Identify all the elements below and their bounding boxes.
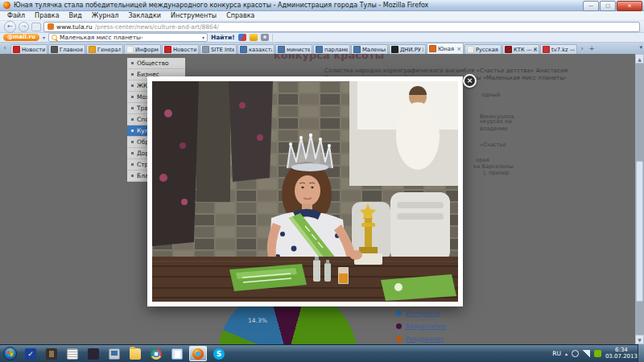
browser-tab[interactable]: tv7.kz — Се... (540, 44, 577, 54)
menu-item[interactable]: Файл (3, 12, 29, 19)
find-button[interactable]: Найти! (211, 34, 235, 41)
notepad-taskbar-button[interactable] (64, 346, 81, 361)
hidden-icons-arrow-icon[interactable]: ▴ (565, 351, 568, 356)
search-value: Маленькая мисс планеты- (60, 34, 200, 41)
document-viewer-taskbar-button[interactable] (168, 346, 186, 361)
clock[interactable]: 6:34 03.07.2013 (605, 347, 638, 360)
legend-dot-icon (396, 336, 402, 342)
tab-close-icon[interactable]: × (456, 46, 461, 52)
url-host: www.tula.ru (56, 23, 93, 31)
spellcheck-icon[interactable] (238, 34, 246, 41)
browser-tab[interactable]: Русская ве... (464, 44, 502, 54)
lightbox-modal: Девочка в серебряной короне с зелёной ле… (147, 76, 463, 306)
tab-label: ДНИ.РУ ИН... (400, 47, 423, 53)
legend-row: Безразлично (396, 319, 447, 332)
poll-option-link[interactable]: Раздражает (406, 335, 444, 343)
bullet-icon (131, 107, 134, 109)
scroll-down-arrow-icon[interactable]: ▼ (635, 335, 644, 344)
close-button[interactable]: × (617, 1, 642, 11)
mailru-logo[interactable]: @mail.ru (3, 34, 39, 41)
browser-tab[interactable]: Новости дн... (10, 44, 47, 54)
tab-label: Юная ту... (438, 46, 455, 52)
menu-item[interactable]: Вид (65, 12, 86, 19)
skype-taskbar-button[interactable]: S (210, 346, 228, 361)
minimize-button[interactable]: — (583, 1, 599, 11)
search-history-caret-icon[interactable]: ▾ (202, 35, 204, 40)
bullet-icon (131, 73, 134, 76)
world-of-tanks-icon (46, 348, 57, 360)
forward-button[interactable]: → (19, 22, 29, 32)
scrollbar-thumb[interactable] (636, 161, 643, 302)
window-title: Юная тулячка стала победительницей между… (14, 2, 428, 9)
browser-tab[interactable]: Генеральна... (86, 44, 123, 54)
page-scrollbar[interactable]: ▲ ▼ (635, 54, 644, 344)
dark-game-taskbar-button[interactable] (85, 346, 102, 361)
tab-favicon-icon (391, 46, 398, 53)
maximize-button[interactable]: □ (600, 1, 616, 11)
tray-date: 03.07.2013 (605, 353, 638, 360)
scroll-up-arrow-icon[interactable]: ▲ (635, 54, 644, 64)
menu-item[interactable]: Инструменты (167, 12, 221, 19)
sidebar-item-label: Общество (137, 60, 169, 67)
world-of-tanks-taskbar-button[interactable] (43, 346, 60, 361)
list-all-tabs-button[interactable]: ▾ (639, 44, 642, 51)
tray-green-icon[interactable] (594, 350, 601, 357)
url-bar[interactable]: www.tula.ru /press-center/news/culture-a… (43, 22, 640, 32)
browser-tab[interactable]: Маленькая ... (351, 44, 388, 54)
tab-favicon-icon (89, 46, 96, 53)
back-button[interactable]: ← (4, 21, 16, 33)
menu-item[interactable]: Правка (31, 12, 63, 19)
menu-item[interactable]: Справка (222, 12, 258, 19)
firefox-taskbar-button[interactable] (189, 346, 207, 361)
pen-icon[interactable] (250, 34, 258, 41)
browser-tab[interactable]: SITE Intellig... (200, 44, 237, 54)
modal-close-icon[interactable]: × (463, 74, 477, 88)
menu-item[interactable]: Закладки (124, 12, 164, 19)
network-icon[interactable] (583, 350, 590, 357)
browser-tab[interactable]: Юная ту...× (427, 43, 464, 54)
firefox-window: Юная тулячка стала победительницей между… (0, 0, 644, 362)
media-player-icon (109, 348, 120, 360)
browser-tab[interactable]: ДНИ.РУ ИН... (389, 44, 426, 54)
tab-favicon-icon (13, 46, 20, 53)
browser-tab[interactable]: парламент ... (313, 44, 350, 54)
history-dropdown-icon[interactable] (31, 23, 41, 31)
poll-option-link[interactable]: Интересно (406, 310, 440, 317)
checkmark-app-taskbar-button[interactable]: ✓ (22, 346, 39, 361)
browser-tab[interactable]: министерс... (275, 44, 312, 54)
title-bar[interactable]: Юная тулячка стала победительницей между… (0, 0, 644, 11)
poll-option-link[interactable]: Безразлично (406, 323, 447, 330)
scroll-tabs-left-button[interactable]: ‹ (0, 43, 10, 54)
chrome-taskbar-button[interactable] (147, 346, 165, 361)
bullet-icon (131, 130, 134, 132)
toolbar-search-input[interactable]: Маленькая мисс планеты- ▾ (48, 33, 208, 42)
legend-row: Раздражает (396, 332, 447, 344)
firefox-icon (192, 348, 204, 360)
browser-tab[interactable]: Информац... (124, 44, 161, 54)
toolbar-separator (272, 34, 273, 41)
camera-icon[interactable] (261, 34, 269, 41)
tab-favicon-icon (164, 46, 171, 53)
article-line: Солистка народно-хореографического ансам… (324, 67, 568, 74)
tabs: Новости дн...Главное — ...Генеральна...И… (10, 43, 577, 54)
sidebar-item[interactable]: Общество (127, 58, 185, 69)
scroll-tabs-right-button[interactable]: › (577, 45, 587, 52)
new-tab-button[interactable]: + (587, 45, 597, 52)
mailru-toolbar: @mail.ru ▾ Маленькая мисс планеты- ▾ Най… (0, 33, 644, 43)
browser-tab[interactable]: казахстан - ... (237, 44, 275, 54)
menu-item[interactable]: Журнал (88, 12, 123, 19)
mailru-dropdown-icon[interactable]: ▾ (43, 35, 45, 40)
tab-bar: ‹ Новости дн...Главное — ...Генеральна..… (0, 43, 644, 54)
tab-label: SITE Intellig... (211, 47, 234, 53)
tray-app-icon[interactable] (572, 350, 579, 357)
article-text-fragment: «Счастье (480, 142, 506, 148)
browser-tab[interactable]: КТК — Ком... (502, 44, 539, 54)
explorer-taskbar-button[interactable] (126, 346, 144, 361)
browser-tab[interactable]: Новости Ак... (162, 44, 199, 54)
language-indicator[interactable]: RU (552, 350, 561, 357)
bullet-icon (131, 152, 134, 154)
media-player-taskbar-button[interactable] (105, 346, 123, 361)
start-button[interactable] (3, 347, 17, 360)
show-desktop-button[interactable] (638, 344, 644, 362)
browser-tab[interactable]: Главное — ... (48, 44, 85, 54)
